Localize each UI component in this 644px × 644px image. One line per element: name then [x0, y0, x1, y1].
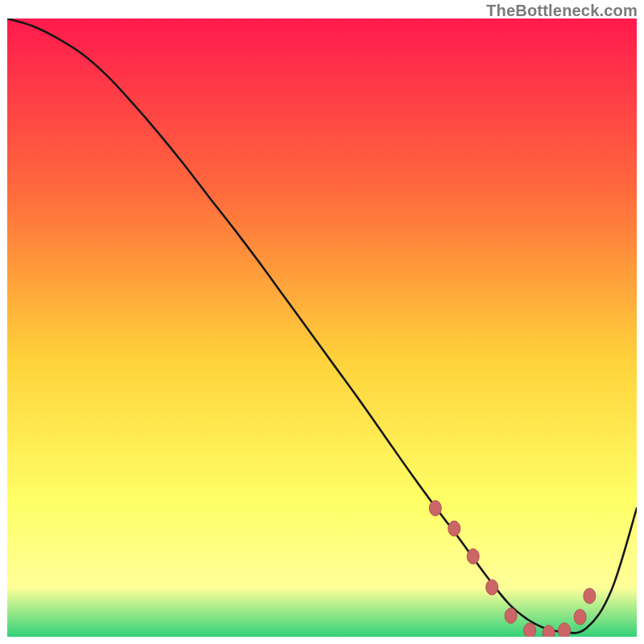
curve-marker — [574, 609, 586, 625]
chart-background-gradient — [7, 19, 637, 637]
curve-marker — [467, 549, 479, 564]
curve-marker — [543, 625, 555, 637]
curve-marker — [448, 521, 460, 536]
curve-marker — [486, 580, 498, 595]
chart-svg — [7, 19, 637, 637]
curve-marker — [505, 608, 517, 623]
curve-marker — [584, 588, 596, 604]
attribution-label: TheBottleneck.com — [486, 2, 638, 20]
curve-marker — [559, 623, 571, 637]
curve-marker — [524, 623, 536, 637]
curve-marker — [429, 501, 441, 516]
bottleneck-chart — [7, 19, 637, 637]
